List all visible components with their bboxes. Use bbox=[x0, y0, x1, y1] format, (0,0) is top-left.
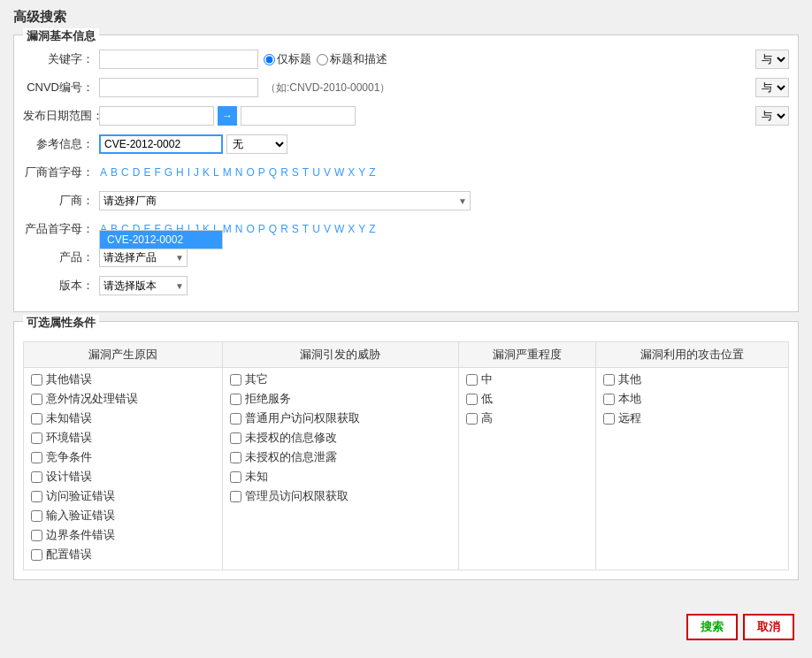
vendor-select[interactable]: 请选择厂商 bbox=[99, 191, 471, 210]
vendor-letter-l[interactable]: L bbox=[212, 166, 220, 179]
vendor-letter-w[interactable]: W bbox=[333, 166, 345, 179]
check-item: 普通用户访问权限获取 bbox=[230, 410, 451, 426]
check-item: 未授权的信息修改 bbox=[230, 430, 451, 446]
checkbox-2[interactable] bbox=[31, 413, 42, 425]
vendor-letter-e[interactable]: E bbox=[142, 166, 151, 179]
product-letter-w[interactable]: W bbox=[333, 223, 345, 235]
operator-select-2[interactable]: 与 或 bbox=[755, 78, 789, 97]
product-letter-z[interactable]: Z bbox=[368, 223, 376, 235]
checkbox-4[interactable] bbox=[230, 452, 241, 463]
product-letter-n[interactable]: N bbox=[234, 223, 244, 235]
checkbox-1[interactable] bbox=[466, 394, 478, 405]
vendor-letter-n[interactable]: N bbox=[234, 166, 244, 179]
vendor-letter-q[interactable]: Q bbox=[268, 166, 278, 179]
vendor-letter-p[interactable]: P bbox=[257, 166, 266, 179]
checkbox-2[interactable] bbox=[466, 413, 478, 425]
radio-title-only-label[interactable]: 仅标题 bbox=[264, 51, 311, 67]
vendor-letter-z[interactable]: Z bbox=[368, 166, 376, 179]
checkbox-label-3: 未授权的信息修改 bbox=[245, 430, 337, 446]
keyword-input[interactable] bbox=[99, 50, 258, 69]
version-select[interactable]: 请选择版本 bbox=[99, 276, 188, 295]
vendor-letter-j[interactable]: J bbox=[193, 166, 200, 179]
checkbox-1[interactable] bbox=[31, 394, 42, 405]
check-item: 低 bbox=[466, 391, 588, 407]
search-button[interactable]: 搜索 bbox=[686, 614, 738, 640]
basic-info-legend: 漏洞基本信息 bbox=[23, 28, 99, 44]
check-item: 本地 bbox=[603, 391, 781, 407]
checkbox-6[interactable] bbox=[31, 491, 42, 502]
date-arrow-button[interactable]: → bbox=[218, 106, 237, 126]
basic-info-section: 漏洞基本信息 关键字： 仅标题 标题和描述 与 或 CNVD编号 bbox=[13, 34, 799, 312]
checkbox-5[interactable] bbox=[230, 471, 241, 483]
checkbox-2[interactable] bbox=[230, 413, 241, 425]
col1-checkboxes: 其他错误意外情况处理错误未知错误环境错误竞争条件设计错误访问验证错误输入验证错误… bbox=[24, 368, 223, 570]
product-letter-s[interactable]: S bbox=[291, 223, 300, 235]
radio-title-only[interactable] bbox=[264, 54, 275, 65]
autocomplete-item-1[interactable]: CVE-2012-0002 bbox=[100, 231, 222, 249]
ref-type-select[interactable]: 无 CVE BID CNNVD bbox=[226, 134, 287, 154]
vendor-letter-k[interactable]: K bbox=[202, 166, 211, 179]
product-letter-t[interactable]: T bbox=[302, 223, 310, 235]
vendor-letter-c[interactable]: C bbox=[120, 166, 130, 179]
vendor-letter-b[interactable]: B bbox=[110, 166, 119, 179]
vendor-letter-s[interactable]: S bbox=[291, 166, 300, 179]
checkbox-7[interactable] bbox=[31, 510, 42, 522]
checkbox-1[interactable] bbox=[230, 394, 241, 405]
operator-select-3[interactable]: 与 或 bbox=[755, 106, 789, 126]
checkbox-1[interactable] bbox=[603, 394, 615, 405]
operator-select-1[interactable]: 与 或 bbox=[755, 50, 789, 69]
product-letter-p[interactable]: P bbox=[257, 223, 266, 235]
optional-legend: 可选属性条件 bbox=[23, 315, 99, 331]
check-item: 未授权的信息泄露 bbox=[230, 449, 451, 465]
vendor-select-wrap: 请选择厂商 ▼ bbox=[99, 191, 471, 210]
product-letter-o[interactable]: O bbox=[245, 223, 255, 235]
vendor-letter-v[interactable]: V bbox=[323, 166, 332, 179]
date-to-input[interactable] bbox=[241, 106, 356, 126]
checkbox-8[interactable] bbox=[31, 530, 42, 541]
vendor-letter-d[interactable]: D bbox=[132, 166, 142, 179]
date-from-input[interactable] bbox=[99, 106, 214, 126]
product-select[interactable]: 请选择产品 bbox=[99, 248, 188, 267]
vendor-letter-g[interactable]: G bbox=[164, 166, 173, 179]
vendor-letter-t[interactable]: T bbox=[302, 166, 310, 179]
checkbox-6[interactable] bbox=[230, 491, 241, 502]
check-item: 其它 bbox=[230, 371, 451, 387]
product-letter-x[interactable]: X bbox=[347, 223, 356, 235]
version-label: 版本： bbox=[23, 278, 94, 294]
vendor-letter-m[interactable]: M bbox=[222, 166, 233, 179]
vendor-letter-u[interactable]: U bbox=[311, 166, 321, 179]
ref-input[interactable] bbox=[99, 134, 223, 154]
checkbox-0[interactable] bbox=[603, 374, 615, 386]
checkbox-5[interactable] bbox=[31, 471, 42, 483]
radio-title-desc[interactable] bbox=[317, 54, 328, 65]
checkbox-0[interactable] bbox=[230, 374, 241, 386]
vendor-letter-o[interactable]: O bbox=[245, 166, 255, 179]
checkbox-label-2: 普通用户访问权限获取 bbox=[245, 410, 360, 426]
checkbox-2[interactable] bbox=[603, 413, 615, 425]
checkbox-4[interactable] bbox=[31, 452, 42, 463]
checkbox-3[interactable] bbox=[31, 432, 42, 444]
vendor-letter-x[interactable]: X bbox=[347, 166, 356, 179]
vendor-letter-y[interactable]: Y bbox=[357, 166, 366, 179]
cnvd-input[interactable] bbox=[99, 78, 258, 97]
product-letter-m[interactable]: M bbox=[222, 223, 233, 235]
product-letter-q[interactable]: Q bbox=[268, 223, 278, 235]
vendor-letter-h[interactable]: H bbox=[175, 166, 185, 179]
radio-title-desc-label[interactable]: 标题和描述 bbox=[317, 51, 387, 67]
vendor-letter-a[interactable]: A bbox=[99, 166, 108, 179]
cancel-button[interactable]: 取消 bbox=[743, 614, 794, 640]
product-letter-y[interactable]: Y bbox=[357, 223, 366, 235]
checkbox-0[interactable] bbox=[31, 374, 42, 386]
checkbox-0[interactable] bbox=[466, 374, 478, 386]
checkbox-3[interactable] bbox=[230, 432, 241, 444]
check-item: 访问验证错误 bbox=[31, 488, 215, 504]
product-letter-u[interactable]: U bbox=[311, 223, 321, 235]
check-item: 配置错误 bbox=[31, 547, 215, 562]
product-letter-v[interactable]: V bbox=[323, 223, 332, 235]
checkbox-9[interactable] bbox=[31, 549, 42, 561]
vendor-letter-i[interactable]: I bbox=[187, 166, 191, 179]
vendor-letter-f[interactable]: F bbox=[153, 166, 161, 179]
vendor-letter-r[interactable]: R bbox=[280, 166, 289, 179]
product-letter-r[interactable]: R bbox=[280, 223, 289, 235]
check-item: 高 bbox=[466, 410, 588, 426]
